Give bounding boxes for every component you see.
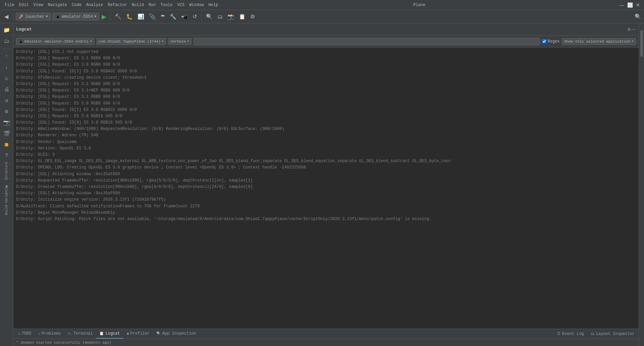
sidebar-icon-down[interactable]: ↓ [1, 62, 12, 73]
todo-icon: ☑ [5, 75, 8, 82]
log-line: D/Unity: [EGL] Request: ES 3.1 RGB0 000 … [16, 55, 636, 62]
sidebar-icon-todo[interactable]: ☑ [1, 73, 12, 84]
sidebar-icon-build-variants[interactable]: Build Variants [1, 196, 12, 206]
tab-todo[interactable]: ☑ TODO [15, 329, 35, 339]
sidebar-icon-orange[interactable]: ■ [1, 139, 12, 150]
close-button[interactable]: ✕ [635, 2, 641, 8]
menu-file[interactable]: File [3, 2, 16, 8]
capture-button[interactable]: 📸 [226, 12, 236, 21]
tab-app-inspection[interactable]: 🔍 App Inspection [153, 329, 200, 339]
device-dropdown[interactable]: 📱 Emulator emulator-5554 Androi ▼ [16, 38, 94, 45]
inspect-button[interactable]: 🔍 [204, 12, 214, 21]
sidebar-icon-structure[interactable]: Structure [1, 165, 12, 176]
settings-button[interactable]: ⚙ [249, 12, 257, 21]
menu-refactor[interactable]: Refactor [106, 2, 129, 8]
restore-button[interactable]: ⬜ [627, 2, 633, 8]
window-controls[interactable]: — ⬜ ✕ [619, 2, 641, 8]
down-icon: ↓ [5, 64, 8, 70]
log-line: D/Unity: Script Patching: Patch files ar… [16, 216, 636, 222]
log-line: D/Unity: [EGL] Request: ES 3.1+AEP RGB0 … [16, 87, 636, 94]
tab-terminal[interactable]: >_ Terminal [64, 329, 96, 339]
event-log-label: Event Log [562, 332, 584, 336]
help-icon: ? [5, 153, 8, 159]
menu-vcs[interactable]: VCS [175, 2, 187, 8]
tab-layout-inspector[interactable]: 🗂 Layout Inspector [588, 331, 637, 336]
layout-inspector-icon: 🗂 [591, 331, 595, 336]
log-level-arrow-icon: ▼ [187, 40, 189, 43]
sidebar-icon-resource[interactable]: 🗂 [1, 36, 12, 47]
run-button[interactable]: ▶ [101, 12, 107, 21]
sync-icon: ↺ [5, 97, 8, 104]
sync-button[interactable]: ↺ [191, 12, 199, 21]
back-button[interactable]: ◀ [3, 12, 10, 21]
launcher-label: launcher [25, 14, 45, 19]
coverage-button[interactable]: ☂ [159, 12, 167, 21]
sidebar-icon-sync[interactable]: ↺ [1, 95, 12, 106]
device-arrow-icon: ▼ [90, 40, 92, 43]
menu-navigate[interactable]: Navigate [46, 2, 69, 8]
tab-logcat[interactable]: 📋 Logcat [96, 329, 123, 339]
titlebar: File Edit View Navigate Code Analyze Ref… [0, 0, 644, 10]
logcat-title: Logcat [16, 27, 32, 32]
launcher-arrow-icon: ▼ [46, 15, 48, 18]
menu-build[interactable]: Build [130, 2, 146, 8]
attach-button[interactable]: 📎 [147, 12, 157, 21]
debug-button[interactable]: 🐛 [124, 12, 135, 21]
menu-tools[interactable]: Tools [159, 2, 175, 8]
logcat-button[interactable]: 📋 [237, 12, 247, 21]
logcat-tab-label: Logcat [105, 331, 120, 336]
log-line: D/Unity: [EGL] Request: ES 3.0 RGB0 000 … [16, 100, 636, 107]
menu-help[interactable]: Help [206, 2, 220, 8]
profile-button[interactable]: 📊 [136, 12, 146, 21]
launcher-dropdown[interactable]: 🚀 launcher ▼ [16, 13, 51, 20]
main-toolbar: ◀ 🚀 launcher ▼ 📱 emulator-5554 ▼ ▶ 🔨 🐛 📊… [0, 10, 644, 23]
window-title: Plane [223, 3, 616, 7]
sidebar-icon-help[interactable]: ? [1, 150, 12, 161]
log-content[interactable]: D/Unity: [EGL] ES3.1 not supportedD/Unit… [13, 48, 639, 329]
show-selected-label: Show only selected application [564, 40, 631, 44]
terminal-tab-label: Terminal [73, 331, 93, 336]
right-mini-sidebar [639, 23, 644, 346]
tab-event-log[interactable]: 🗒 Event Log [554, 331, 587, 336]
logcat-minimize-icon[interactable]: — [632, 26, 636, 33]
search-everywhere-button[interactable]: 🔍 [635, 13, 641, 20]
sidebar-icon-project[interactable]: 📁 [1, 25, 12, 36]
menu-window[interactable]: Window [187, 2, 206, 8]
menu-code[interactable]: Code [70, 2, 84, 8]
layout-button[interactable]: 🗂 [216, 13, 224, 21]
regex-text: Regex [548, 39, 560, 44]
layout-inspector-label: Layout Inspector [596, 332, 635, 336]
settings-icon: ⚙ [5, 108, 8, 115]
emulator-dropdown[interactable]: 📱 emulator-5554 ▼ [52, 13, 100, 20]
show-selected-dropdown[interactable]: Show only selected application ▼ [562, 38, 636, 45]
build-button[interactable]: 🔨 [113, 12, 123, 21]
menu-view[interactable]: View [32, 2, 45, 8]
sidebar-icon-add[interactable]: ↑ [1, 51, 12, 62]
sidebar-icon-print[interactable]: 🖨 [1, 84, 12, 95]
tab-problems[interactable]: ⚠ Problems [35, 329, 64, 339]
regex-label[interactable]: Regex [542, 39, 560, 44]
sidebar-icon-camera[interactable]: 📷 [1, 117, 12, 128]
log-level-label: Verbose [170, 40, 186, 44]
mini-scrollbar-thumb[interactable] [640, 30, 643, 57]
sidebar-icon-settings[interactable]: ⚙ [1, 106, 12, 117]
sidebar-icon-video[interactable]: 🎬 [1, 128, 12, 139]
orange-square-icon: ■ [4, 141, 8, 149]
tab-profiler[interactable]: ◉ Profiler [123, 329, 153, 339]
logcat-search-input[interactable] [194, 38, 540, 45]
sdk-button[interactable]: 🔧 [168, 12, 178, 21]
menu-edit[interactable]: Edit [17, 2, 31, 8]
video-icon: 🎬 [3, 130, 10, 137]
profiler-tab-label: Profiler [130, 331, 150, 336]
menu-analyze[interactable]: Analyze [84, 2, 105, 8]
menu-bar[interactable]: File Edit View Navigate Code Analyze Ref… [3, 2, 220, 8]
menu-run[interactable]: Run [147, 2, 158, 8]
regex-checkbox[interactable] [542, 39, 546, 44]
package-dropdown[interactable]: com.ShiaoC.TappyPlane (2744) ▼ [96, 38, 166, 45]
log-line: D/Unity: [EGL] Attaching window :0xc35af… [16, 171, 636, 178]
minimize-button[interactable]: — [619, 2, 625, 8]
logcat-settings-icon[interactable]: ⚙ [627, 26, 631, 33]
log-level-dropdown[interactable]: Verbose ▼ [168, 38, 192, 45]
avd-button[interactable]: 📲 [179, 12, 190, 21]
status-message: * daemon started successfully (moments a… [16, 341, 111, 345]
